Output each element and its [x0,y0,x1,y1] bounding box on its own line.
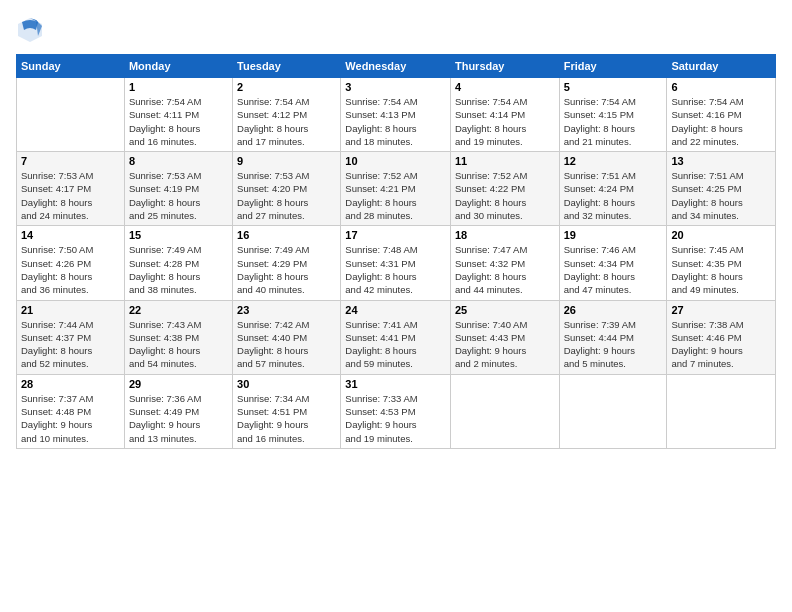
day-info-line-0: Sunrise: 7:54 AM [455,96,527,107]
day-info-line-1: Sunset: 4:48 PM [21,406,91,417]
day-info-line-0: Sunrise: 7:48 AM [345,244,417,255]
day-number: 15 [129,229,228,241]
cell-4-2: 30Sunrise: 7:34 AMSunset: 4:51 PMDayligh… [233,374,341,448]
day-info-line-0: Sunrise: 7:49 AM [237,244,309,255]
day-info: Sunrise: 7:41 AMSunset: 4:41 PMDaylight:… [345,318,446,371]
day-number: 30 [237,378,336,390]
day-info-line-2: Daylight: 9 hours [345,419,416,430]
logo [16,16,48,44]
day-info-line-2: Daylight: 8 hours [564,271,635,282]
calendar-table: SundayMondayTuesdayWednesdayThursdayFrid… [16,54,776,449]
day-info: Sunrise: 7:52 AMSunset: 4:22 PMDaylight:… [455,169,555,222]
day-info: Sunrise: 7:49 AMSunset: 4:28 PMDaylight:… [129,243,228,296]
day-number: 18 [455,229,555,241]
day-info-line-3: and 19 minutes. [345,433,413,444]
day-info-line-0: Sunrise: 7:39 AM [564,319,636,330]
day-info: Sunrise: 7:50 AMSunset: 4:26 PMDaylight:… [21,243,120,296]
day-number: 20 [671,229,771,241]
day-info-line-1: Sunset: 4:46 PM [671,332,741,343]
day-info-line-0: Sunrise: 7:51 AM [671,170,743,181]
day-info-line-1: Sunset: 4:19 PM [129,183,199,194]
day-info-line-0: Sunrise: 7:53 AM [237,170,309,181]
day-info-line-2: Daylight: 9 hours [455,345,526,356]
day-info: Sunrise: 7:37 AMSunset: 4:48 PMDaylight:… [21,392,120,445]
day-info-line-1: Sunset: 4:41 PM [345,332,415,343]
day-info-line-0: Sunrise: 7:40 AM [455,319,527,330]
header-sunday: Sunday [17,55,125,78]
day-info-line-2: Daylight: 8 hours [237,123,308,134]
cell-4-0: 28Sunrise: 7:37 AMSunset: 4:48 PMDayligh… [17,374,125,448]
day-number: 1 [129,81,228,93]
cell-1-1: 8Sunrise: 7:53 AMSunset: 4:19 PMDaylight… [124,152,232,226]
cell-2-1: 15Sunrise: 7:49 AMSunset: 4:28 PMDayligh… [124,226,232,300]
day-info-line-1: Sunset: 4:49 PM [129,406,199,417]
day-number: 6 [671,81,771,93]
cell-0-1: 1Sunrise: 7:54 AMSunset: 4:11 PMDaylight… [124,78,232,152]
day-number: 4 [455,81,555,93]
day-info-line-1: Sunset: 4:25 PM [671,183,741,194]
cell-3-0: 21Sunrise: 7:44 AMSunset: 4:37 PMDayligh… [17,300,125,374]
day-info-line-0: Sunrise: 7:50 AM [21,244,93,255]
day-info-line-2: Daylight: 8 hours [455,271,526,282]
day-info-line-0: Sunrise: 7:49 AM [129,244,201,255]
cell-0-3: 3Sunrise: 7:54 AMSunset: 4:13 PMDaylight… [341,78,451,152]
day-info: Sunrise: 7:36 AMSunset: 4:49 PMDaylight:… [129,392,228,445]
day-info-line-1: Sunset: 4:32 PM [455,258,525,269]
week-row-1: 1Sunrise: 7:54 AMSunset: 4:11 PMDaylight… [17,78,776,152]
cell-1-6: 13Sunrise: 7:51 AMSunset: 4:25 PMDayligh… [667,152,776,226]
day-info: Sunrise: 7:54 AMSunset: 4:14 PMDaylight:… [455,95,555,148]
day-info: Sunrise: 7:48 AMSunset: 4:31 PMDaylight:… [345,243,446,296]
day-info-line-2: Daylight: 8 hours [129,271,200,282]
week-row-3: 14Sunrise: 7:50 AMSunset: 4:26 PMDayligh… [17,226,776,300]
day-info-line-3: and 17 minutes. [237,136,305,147]
day-info-line-3: and 10 minutes. [21,433,89,444]
day-info: Sunrise: 7:54 AMSunset: 4:11 PMDaylight:… [129,95,228,148]
day-info-line-0: Sunrise: 7:38 AM [671,319,743,330]
day-info-line-3: and 57 minutes. [237,358,305,369]
day-info-line-0: Sunrise: 7:54 AM [345,96,417,107]
day-info-line-1: Sunset: 4:38 PM [129,332,199,343]
day-info-line-0: Sunrise: 7:53 AM [21,170,93,181]
day-info: Sunrise: 7:42 AMSunset: 4:40 PMDaylight:… [237,318,336,371]
day-info-line-2: Daylight: 8 hours [129,123,200,134]
cell-1-5: 12Sunrise: 7:51 AMSunset: 4:24 PMDayligh… [559,152,667,226]
header-monday: Monday [124,55,232,78]
day-info: Sunrise: 7:54 AMSunset: 4:12 PMDaylight:… [237,95,336,148]
cell-3-2: 23Sunrise: 7:42 AMSunset: 4:40 PMDayligh… [233,300,341,374]
day-info-line-1: Sunset: 4:44 PM [564,332,634,343]
cell-1-3: 10Sunrise: 7:52 AMSunset: 4:21 PMDayligh… [341,152,451,226]
day-info-line-3: and 36 minutes. [21,284,89,295]
day-info: Sunrise: 7:39 AMSunset: 4:44 PMDaylight:… [564,318,663,371]
day-number: 28 [21,378,120,390]
day-info: Sunrise: 7:49 AMSunset: 4:29 PMDaylight:… [237,243,336,296]
cell-3-5: 26Sunrise: 7:39 AMSunset: 4:44 PMDayligh… [559,300,667,374]
cell-1-2: 9Sunrise: 7:53 AMSunset: 4:20 PMDaylight… [233,152,341,226]
day-number: 31 [345,378,446,390]
cell-3-4: 25Sunrise: 7:40 AMSunset: 4:43 PMDayligh… [450,300,559,374]
cell-4-5 [559,374,667,448]
cell-4-1: 29Sunrise: 7:36 AMSunset: 4:49 PMDayligh… [124,374,232,448]
day-info-line-0: Sunrise: 7:44 AM [21,319,93,330]
day-info-line-1: Sunset: 4:34 PM [564,258,634,269]
day-info-line-2: Daylight: 8 hours [564,123,635,134]
day-info: Sunrise: 7:45 AMSunset: 4:35 PMDaylight:… [671,243,771,296]
day-info-line-2: Daylight: 8 hours [237,345,308,356]
day-info-line-3: and 32 minutes. [564,210,632,221]
day-info-line-0: Sunrise: 7:47 AM [455,244,527,255]
day-number: 25 [455,304,555,316]
cell-2-5: 19Sunrise: 7:46 AMSunset: 4:34 PMDayligh… [559,226,667,300]
page-header [16,16,776,44]
day-info-line-2: Daylight: 8 hours [671,271,742,282]
day-info-line-1: Sunset: 4:11 PM [129,109,199,120]
day-info-line-2: Daylight: 8 hours [345,271,416,282]
day-info-line-3: and 5 minutes. [564,358,626,369]
day-info-line-2: Daylight: 9 hours [21,419,92,430]
day-info-line-2: Daylight: 8 hours [345,197,416,208]
day-number: 17 [345,229,446,241]
header-friday: Friday [559,55,667,78]
day-info: Sunrise: 7:53 AMSunset: 4:20 PMDaylight:… [237,169,336,222]
day-info-line-3: and 44 minutes. [455,284,523,295]
day-info-line-3: and 16 minutes. [129,136,197,147]
day-info-line-3: and 22 minutes. [671,136,739,147]
day-info-line-0: Sunrise: 7:45 AM [671,244,743,255]
